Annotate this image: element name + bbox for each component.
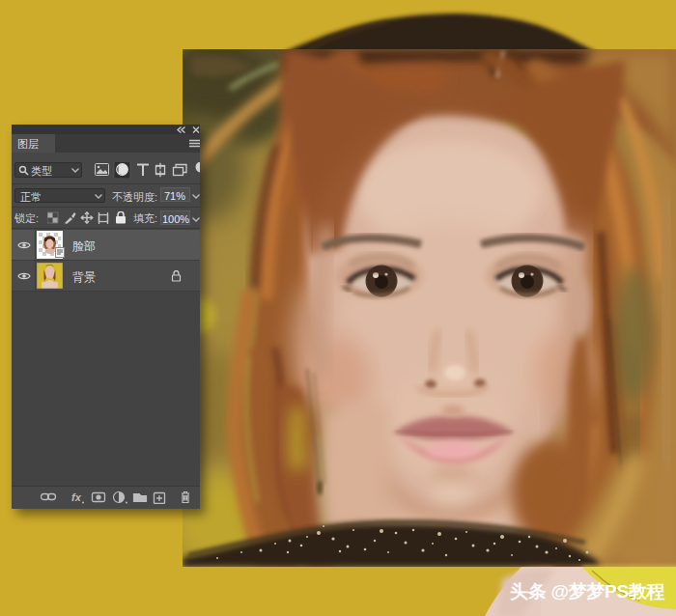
svg-text:fx: fx (71, 491, 82, 503)
